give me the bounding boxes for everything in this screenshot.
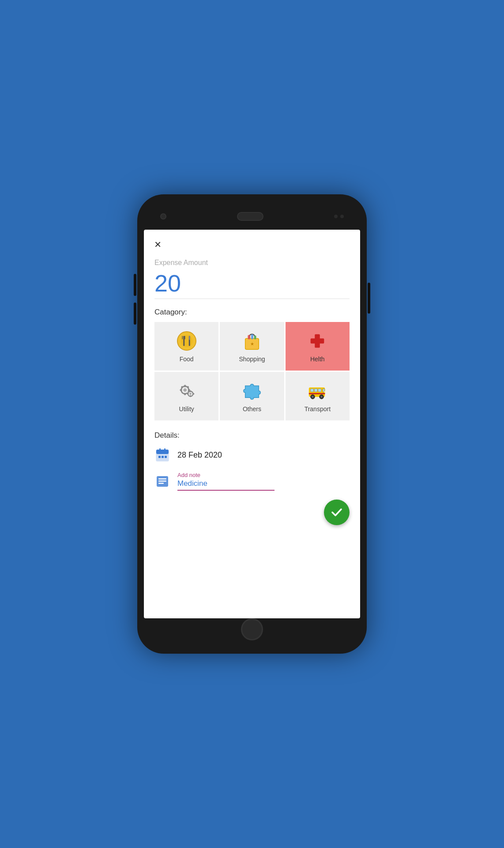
svg-rect-2	[183, 336, 184, 346]
transport-icon	[306, 380, 328, 402]
svg-text:★: ★	[250, 341, 254, 346]
svg-rect-25	[187, 393, 188, 394]
svg-rect-3	[182, 336, 182, 340]
food-label: Food	[180, 356, 194, 363]
note-icon	[154, 473, 170, 489]
home-button[interactable]	[241, 618, 263, 640]
shopping-icon: ★	[241, 330, 263, 352]
category-item-food[interactable]: Food	[154, 322, 218, 371]
details-section-label: Details:	[154, 431, 350, 440]
svg-rect-30	[311, 389, 314, 392]
health-label: Helth	[310, 356, 325, 363]
utility-label: Utility	[179, 405, 194, 413]
transport-label: Transport	[305, 405, 331, 413]
svg-point-14	[183, 388, 187, 392]
svg-rect-38	[309, 393, 325, 394]
expense-amount-label: Expense Amount	[154, 259, 350, 267]
note-input[interactable]	[177, 479, 275, 491]
front-camera	[160, 213, 166, 220]
volume-down-button	[134, 303, 136, 325]
sensor-dot-2	[340, 215, 344, 218]
svg-rect-46	[162, 456, 164, 458]
svg-rect-51	[158, 483, 164, 484]
others-label: Others	[243, 405, 261, 413]
note-label: Add note	[177, 472, 275, 478]
app-content: × Expense Amount 20 Catagory:	[144, 230, 360, 538]
note-container: Add note	[177, 472, 275, 491]
volume-up-button	[134, 274, 136, 296]
svg-rect-50	[158, 481, 166, 482]
earpiece-speaker	[237, 212, 263, 221]
shopping-label: Shopping	[239, 356, 265, 363]
svg-rect-24	[190, 395, 191, 397]
date-row: 28 Feb 2020	[154, 447, 350, 463]
close-button[interactable]: ×	[154, 238, 161, 250]
svg-rect-47	[165, 456, 167, 458]
svg-point-27	[187, 391, 188, 393]
sensors-area	[334, 215, 344, 218]
food-icon	[176, 330, 198, 352]
svg-rect-32	[318, 389, 321, 392]
category-item-others[interactable]: Others	[220, 372, 284, 420]
svg-rect-31	[315, 389, 318, 392]
amount-divider	[154, 299, 350, 299]
svg-rect-39	[324, 391, 326, 393]
category-item-transport[interactable]: Transport	[286, 372, 350, 420]
phone-screen: × Expense Amount 20 Catagory:	[144, 230, 360, 618]
sensor-dot-1	[334, 215, 338, 218]
svg-rect-16	[184, 393, 186, 395]
expense-amount-value: 20	[154, 269, 350, 297]
power-button	[368, 283, 370, 314]
category-item-health[interactable]: Helth	[286, 322, 350, 371]
svg-rect-49	[158, 478, 166, 480]
svg-rect-7	[248, 335, 250, 340]
category-grid: Food	[154, 322, 350, 420]
svg-rect-4	[184, 336, 185, 340]
svg-point-37	[321, 396, 323, 398]
calendar-icon	[154, 447, 170, 463]
category-item-utility[interactable]: Utility	[154, 372, 218, 420]
svg-rect-18	[188, 389, 190, 391]
utility-icon	[176, 380, 198, 402]
phone-bottom-bar	[143, 618, 361, 640]
phone-frame: × Expense Amount 20 Catagory:	[137, 194, 367, 654]
svg-rect-26	[193, 393, 194, 394]
note-row: Add note	[154, 472, 350, 491]
date-value: 28 Feb 2020	[177, 450, 222, 460]
fab-row	[154, 500, 350, 525]
svg-rect-15	[184, 385, 186, 387]
svg-rect-17	[180, 389, 182, 391]
svg-rect-23	[190, 390, 191, 392]
phone-top-bar	[143, 203, 361, 230]
category-item-shopping[interactable]: ★ Shopping	[220, 322, 284, 371]
svg-rect-45	[158, 456, 161, 458]
health-icon	[306, 330, 328, 352]
svg-rect-43	[159, 448, 161, 451]
svg-rect-9	[254, 336, 256, 340]
svg-rect-44	[164, 448, 165, 451]
others-icon	[241, 380, 263, 402]
category-section-label: Catagory:	[154, 308, 350, 317]
svg-point-35	[312, 396, 314, 398]
confirm-button[interactable]	[324, 500, 350, 525]
svg-rect-12	[311, 338, 324, 344]
svg-point-22	[189, 393, 192, 395]
svg-rect-33	[323, 389, 325, 392]
svg-rect-8	[251, 334, 253, 340]
